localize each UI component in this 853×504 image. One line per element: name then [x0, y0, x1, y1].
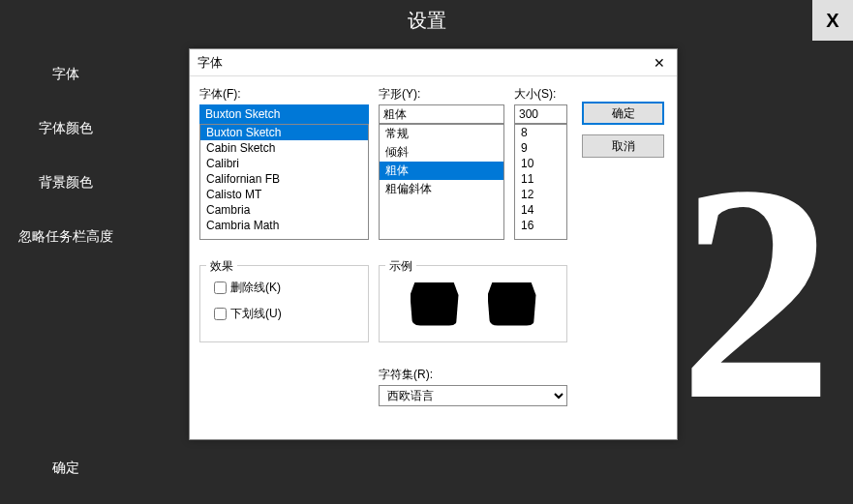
sidebar-item-ignore-taskbar[interactable]: 忽略任务栏高度	[0, 211, 131, 263]
list-item[interactable]: 9	[515, 140, 566, 156]
dialog-title: 字体	[198, 54, 223, 72]
font-label: 字体(F):	[199, 86, 369, 103]
underline-label: 下划线(U)	[230, 306, 282, 322]
font-dialog: 字体 ✕ 字体(F): Buxton SketchCabin SketchCal…	[189, 48, 678, 440]
script-group: 字符集(R): 西欧语言	[379, 367, 567, 406]
effects-group: 效果 删除线(K) 下划线(U)	[199, 265, 369, 342]
sample-legend: 示例	[385, 258, 416, 275]
list-item[interactable]: Calibri	[200, 156, 368, 171]
size-field-group: 大小(S): 891011121416	[514, 86, 567, 240]
script-select[interactable]: 西欧语言	[379, 385, 567, 406]
style-field-group: 字形(Y): 常规倾斜粗体粗偏斜体	[379, 86, 504, 240]
titlebar-title: 设置	[408, 8, 446, 34]
list-item[interactable]: Buxton Sketch	[200, 125, 368, 140]
titlebar: 设置 X	[0, 0, 853, 41]
list-item[interactable]: 16	[515, 218, 566, 233]
sample-group: 示例	[379, 265, 567, 342]
list-item[interactable]: 常规	[380, 125, 503, 143]
cancel-button-label: 取消	[612, 138, 635, 155]
size-label: 大小(S):	[514, 86, 567, 103]
dialog-body: 字体(F): Buxton SketchCabin SketchCalibriC…	[190, 76, 677, 96]
sidebar-item-label: 背景颜色	[39, 174, 93, 192]
titlebar-close-button[interactable]: X	[812, 0, 853, 41]
list-item[interactable]: 14	[515, 202, 566, 218]
sidebar-item-bg-color[interactable]: 背景颜色	[0, 157, 131, 209]
font-field-group: 字体(F): Buxton SketchCabin SketchCalibriC…	[199, 86, 369, 240]
list-item[interactable]: Cabin Sketch	[200, 140, 368, 156]
list-item[interactable]: Californian FB	[200, 171, 368, 187]
size-listbox[interactable]: 891011121416	[514, 124, 567, 240]
list-item[interactable]: Cambria Math	[200, 218, 368, 233]
sidebar-item-font-color[interactable]: 字体颜色	[0, 103, 131, 155]
strikeout-label: 删除线(K)	[230, 280, 281, 296]
style-label: 字形(Y):	[379, 86, 504, 103]
sidebar-item-label: 忽略任务栏高度	[18, 228, 113, 246]
dialog-buttons: 确定 取消	[582, 102, 664, 167]
sample-glyph	[488, 282, 536, 326]
list-item[interactable]: Cambria	[200, 202, 368, 218]
ok-button[interactable]: 确定	[582, 102, 664, 125]
font-input[interactable]	[199, 104, 369, 124]
list-item[interactable]: 倾斜	[380, 143, 503, 162]
dialog-header: 字体 ✕	[190, 49, 677, 76]
style-input[interactable]	[379, 104, 504, 124]
underline-checkbox[interactable]	[214, 308, 227, 320]
list-item[interactable]: Calisto MT	[200, 187, 368, 202]
font-listbox[interactable]: Buxton SketchCabin SketchCalibriCaliforn…	[199, 124, 369, 240]
sidebar-item-label: 字体颜色	[39, 120, 93, 137]
sidebar-ok-label: 确定	[52, 460, 79, 477]
size-input[interactable]	[514, 104, 567, 124]
cancel-button[interactable]: 取消	[582, 134, 664, 158]
effects-legend: 效果	[206, 258, 237, 275]
ok-button-label: 确定	[612, 105, 635, 122]
list-item[interactable]: 10	[515, 156, 566, 171]
sidebar-item-font[interactable]: 字体	[0, 48, 131, 101]
script-label: 字符集(R):	[379, 367, 567, 383]
background-digit-right: 2	[679, 137, 834, 447]
underline-row: 下划线(U)	[214, 306, 360, 322]
sidebar-ok-button[interactable]: 确定	[0, 440, 131, 496]
style-listbox[interactable]: 常规倾斜粗体粗偏斜体	[379, 124, 504, 240]
list-item[interactable]: 粗体	[380, 162, 503, 180]
strikeout-row: 删除线(K)	[214, 280, 360, 296]
dialog-close-button[interactable]: ✕	[650, 53, 669, 73]
sidebar-item-label: 字体	[52, 66, 79, 83]
list-item[interactable]: 12	[515, 187, 566, 202]
sample-glyph	[411, 282, 459, 326]
strikeout-checkbox[interactable]	[214, 282, 227, 294]
list-item[interactable]: 粗偏斜体	[380, 180, 503, 198]
list-item[interactable]: 8	[515, 125, 566, 140]
sidebar: 字体 字体颜色 背景颜色 忽略任务栏高度	[0, 48, 131, 265]
list-item[interactable]: 11	[515, 171, 566, 187]
